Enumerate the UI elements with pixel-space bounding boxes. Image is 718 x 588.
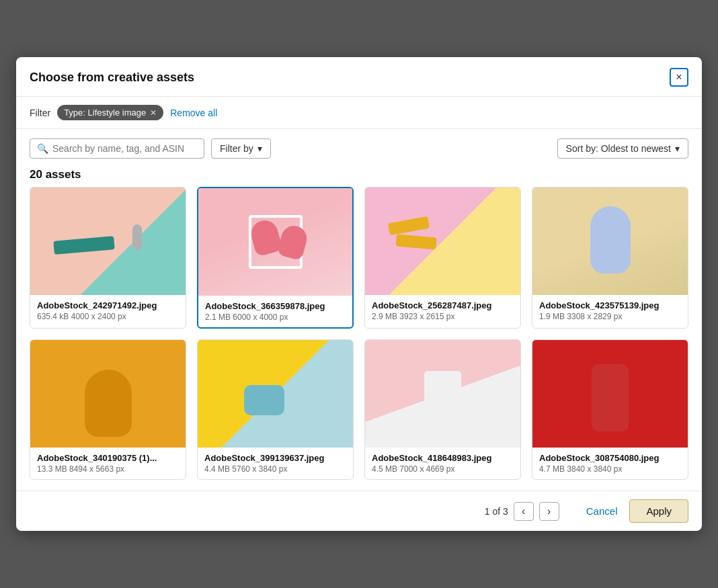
filter-bar: Filter Type: Lifestyle image ✕ Remove al… (16, 97, 702, 129)
search-input-wrap: 🔍 (30, 138, 204, 159)
toolbar: 🔍 Filter by ▾ Sort by: Oldest to newest … (16, 129, 702, 168)
remove-all-button[interactable]: Remove all (170, 108, 217, 118)
close-button[interactable]: × (670, 68, 688, 87)
filter-tag-text: Type: Lifestyle image (64, 108, 146, 118)
asset-meta: 2.9 MB 3923 x 2615 px (372, 312, 514, 321)
modal-title: Choose from creative assets (30, 71, 194, 85)
pagination-text: 1 of 3 (485, 506, 508, 517)
footer-actions: Cancel Apply (581, 499, 688, 523)
search-icon: 🔍 (37, 143, 48, 154)
modal-overlay: Choose from creative assets × Filter Typ… (0, 0, 718, 588)
asset-card[interactable]: AdobeStock_340190375 (1)... 13.3 MB 8494… (30, 339, 186, 480)
sort-label: Sort by: Oldest to newest (566, 143, 671, 154)
asset-info: AdobeStock_418648983.jpeg 4.5 MB 7000 x … (365, 448, 520, 479)
assets-grid: AdobeStock_242971492.jpeg 635.4 kB 4000 … (16, 187, 702, 491)
filter-label: Filter (30, 108, 50, 118)
asset-card[interactable]: AdobeStock_418648983.jpeg 4.5 MB 7000 x … (364, 339, 521, 480)
sort-button[interactable]: Sort by: Oldest to newest ▾ (557, 138, 688, 159)
asset-name: AdobeStock_418648983.jpeg (372, 453, 514, 463)
asset-card[interactable]: AdobeStock_366359878.jpeg 2.1 MB 6000 x … (197, 187, 354, 329)
asset-info: AdobeStock_423575139.jpeg 1.9 MB 3308 x … (532, 295, 688, 327)
sort-chevron-icon: ▾ (675, 143, 680, 154)
asset-name: AdobeStock_399139637.jpeg (204, 453, 346, 463)
asset-name: AdobeStock_308754080.jpeg (539, 453, 681, 463)
filter-tag[interactable]: Type: Lifestyle image ✕ (57, 105, 163, 120)
asset-meta: 635.4 kB 4000 x 2400 px (37, 312, 179, 321)
asset-card[interactable]: AdobeStock_242971492.jpeg 635.4 kB 4000 … (30, 187, 186, 329)
asset-info: AdobeStock_366359878.jpeg 2.1 MB 6000 x … (198, 296, 352, 327)
asset-info: AdobeStock_399139637.jpeg 4.4 MB 5760 x … (198, 448, 353, 479)
modal-footer: 1 of 3 ‹ › Cancel Apply (16, 491, 702, 531)
asset-card[interactable]: AdobeStock_256287487.jpeg 2.9 MB 3923 x … (364, 187, 521, 329)
cancel-button[interactable]: Cancel (581, 505, 623, 517)
filter-by-label: Filter by (220, 143, 253, 154)
asset-info: AdobeStock_242971492.jpeg 635.4 kB 4000 … (30, 295, 186, 327)
asset-name: AdobeStock_366359878.jpeg (205, 301, 346, 311)
assets-count: 20 assets (16, 168, 702, 187)
asset-info: AdobeStock_340190375 (1)... 13.3 MB 8494… (30, 448, 186, 479)
asset-meta: 13.3 MB 8494 x 5663 px (37, 464, 179, 474)
toolbar-left: 🔍 Filter by ▾ (30, 138, 271, 159)
filter-by-chevron-icon: ▾ (257, 143, 262, 154)
next-page-button[interactable]: › (539, 502, 559, 521)
asset-info: AdobeStock_256287487.jpeg 2.9 MB 3923 x … (365, 295, 520, 327)
search-input[interactable] (52, 143, 197, 154)
filter-tag-remove-icon[interactable]: ✕ (150, 108, 157, 118)
asset-name: AdobeStock_340190375 (1)... (37, 453, 179, 463)
asset-name: AdobeStock_242971492.jpeg (37, 300, 179, 310)
pagination: 1 of 3 ‹ › (30, 502, 573, 521)
asset-info: AdobeStock_308754080.jpeg 4.7 MB 3840 x … (532, 448, 688, 479)
apply-button[interactable]: Apply (629, 499, 688, 523)
asset-meta: 4.5 MB 7000 x 4669 px (372, 464, 514, 474)
asset-name: AdobeStock_423575139.jpeg (539, 300, 681, 310)
asset-card[interactable]: AdobeStock_399139637.jpeg 4.4 MB 5760 x … (197, 339, 354, 480)
asset-card[interactable]: AdobeStock_423575139.jpeg 1.9 MB 3308 x … (532, 187, 688, 329)
prev-page-button[interactable]: ‹ (514, 502, 534, 521)
asset-meta: 2.1 MB 6000 x 4000 px (205, 312, 346, 322)
asset-meta: 1.9 MB 3308 x 2829 px (539, 312, 681, 321)
asset-name: AdobeStock_256287487.jpeg (372, 300, 514, 310)
asset-meta: 4.4 MB 5760 x 3840 px (204, 464, 346, 474)
modal-header: Choose from creative assets × (16, 57, 702, 97)
asset-card[interactable]: AdobeStock_308754080.jpeg 4.7 MB 3840 x … (532, 339, 688, 480)
filter-by-button[interactable]: Filter by ▾ (211, 138, 271, 159)
modal: Choose from creative assets × Filter Typ… (16, 57, 702, 531)
asset-meta: 4.7 MB 3840 x 3840 px (539, 464, 681, 474)
